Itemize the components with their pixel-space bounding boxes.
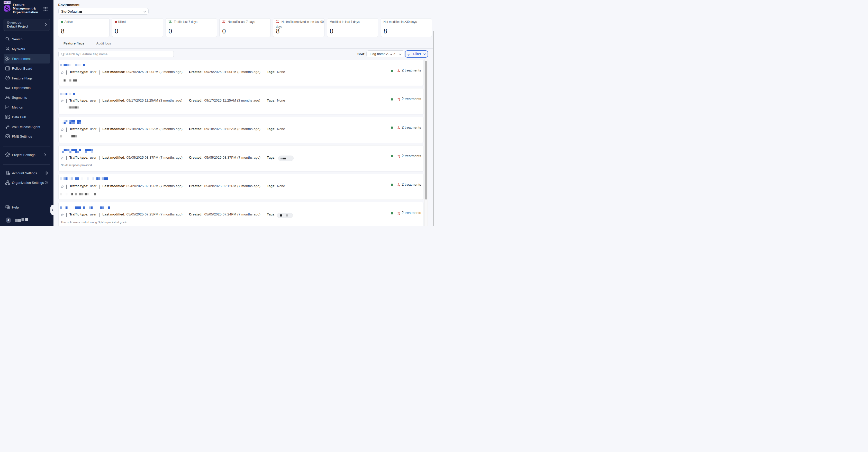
svg-text:?: ?: [7, 206, 8, 208]
